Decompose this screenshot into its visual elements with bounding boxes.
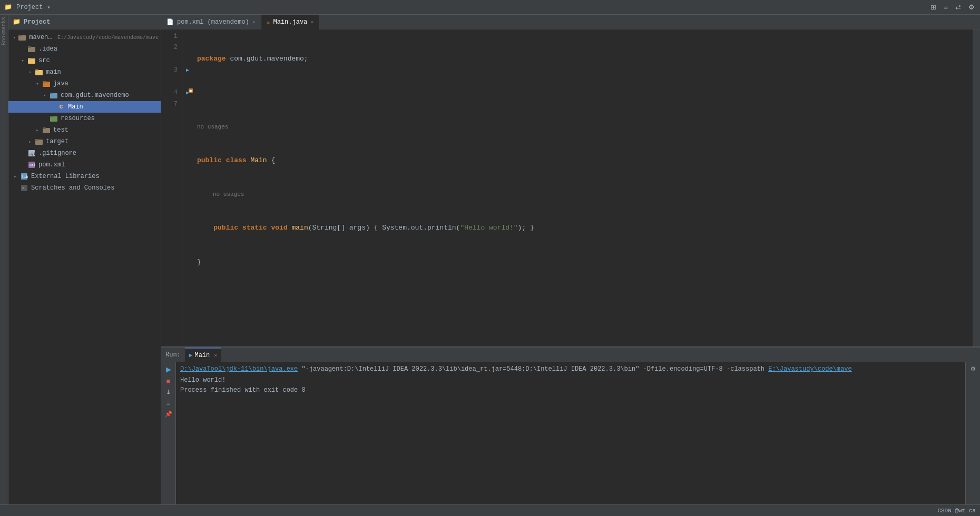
tree-label-0: mavendemo <box>29 34 54 41</box>
tree-label-8: test <box>53 126 68 134</box>
tree-arrow-5: ▾ <box>41 93 48 98</box>
tree-item-11[interactable]: xmlpom.xml <box>8 159 161 171</box>
svg-text:✎: ✎ <box>22 186 25 191</box>
svg-rect-7 <box>35 70 38 71</box>
pom-tab-label: pom.xml (mavendemo) <box>177 18 249 26</box>
tree-item-4[interactable]: ▾java <box>8 78 161 90</box>
tree-label-13: Scratches and Consoles <box>31 184 114 192</box>
tree-arrow-4: ▾ <box>34 81 41 87</box>
tree-icon-9 <box>35 137 43 146</box>
tree-item-5[interactable]: ▾com.gdut.mavendemo <box>8 90 161 101</box>
settings-run-button[interactable]: ≡ <box>165 398 172 408</box>
tree-icon-6: C <box>57 103 65 111</box>
output-hello: Hello world! <box>180 375 961 385</box>
tree-item-7[interactable]: resources <box>8 113 161 124</box>
gutter-row-usages1 <box>182 53 193 64</box>
tree-label-7: resources <box>61 115 95 122</box>
tree-label-5: com.gdut.mavendemo <box>61 92 129 99</box>
project-dropdown-arrow[interactable]: ▾ <box>47 4 50 11</box>
bottom-content: ▶ ■ ⤓ ≡ 📌 D:\JavaTool\jdk-11\bin\java.ex… <box>161 362 980 504</box>
pom-tab-close[interactable]: ✕ <box>252 19 256 25</box>
top-bar-icons: ⊞ ≡ ⇄ ⚙ <box>929 2 976 12</box>
wrap-button[interactable]: ⚙ <box>969 364 977 373</box>
svg-rect-11 <box>50 93 53 94</box>
tree-icon-1 <box>27 45 36 53</box>
tree-label-11: pom.xml <box>38 161 65 168</box>
code-line-no-usages-2: no usages <box>197 188 968 200</box>
tree-item-6[interactable]: CMain <box>8 101 161 113</box>
settings-icon[interactable]: ⊞ <box>929 2 937 12</box>
panel-title: Project <box>24 18 50 26</box>
project-icon: 📁 <box>4 3 12 11</box>
tree-label-10: .gitignore <box>38 150 76 157</box>
rerun-button[interactable]: ▶ <box>165 364 172 374</box>
svg-rect-13 <box>50 116 53 117</box>
code-line-3: public class Main { <box>197 155 968 166</box>
sort-icon[interactable]: ⇄ <box>954 2 962 12</box>
tab-run-main[interactable]: ▶ Main ✕ <box>185 348 221 362</box>
tree-label-3: main <box>46 68 61 76</box>
stop-button[interactable]: ■ <box>165 376 172 386</box>
scroll-to-end-button[interactable]: ⤓ <box>165 388 172 396</box>
code-line-1: package com.gdut.mavendemo; <box>197 53 968 64</box>
tab-pom-xml[interactable]: 📄 pom.xml (mavendemo) ✕ <box>161 15 261 29</box>
status-text: CSDN @wt-ca <box>937 508 976 514</box>
main-tab-label: Main.java <box>273 18 307 26</box>
tree-arrow-8: ▸ <box>34 127 41 133</box>
tree-icon-4 <box>42 80 51 88</box>
list-icon[interactable]: ≡ <box>943 2 949 12</box>
tree-label-4: java <box>53 80 68 87</box>
run-output[interactable]: D:\JavaTool\jdk-11\bin\java.exe "-javaag… <box>176 362 965 504</box>
pin-button[interactable]: 📌 <box>164 410 173 419</box>
code-content[interactable]: package com.gdut.mavendemo; no usages pu… <box>193 29 973 346</box>
svg-text:.git: .git <box>29 152 35 156</box>
gear-icon[interactable]: ⚙ <box>967 2 976 12</box>
project-tree: ▾mavendemoE:/Javastudy/code/mavendemo/ma… <box>8 29 161 504</box>
pom-tab-icon: 📄 <box>166 18 174 25</box>
gutter-row-4[interactable]: ▶ ■ <box>182 87 193 98</box>
tree-item-12[interactable]: ▸libExternal Libraries <box>8 171 161 182</box>
run-tab-label: Main <box>194 352 210 359</box>
tree-icon-13: ✎ <box>20 184 28 192</box>
tree-item-3[interactable]: ▾main <box>8 66 161 78</box>
tree-icon-2 <box>27 56 36 65</box>
bottom-tabs: Run: ▶ Main ✕ <box>161 348 980 362</box>
run-tab-close[interactable]: ✕ <box>214 352 217 359</box>
tree-item-1[interactable]: .idea <box>8 43 161 55</box>
tab-main-java[interactable]: ☕ Main.java ✕ <box>261 15 319 29</box>
classpath-link[interactable]: E:\Javastudy\code\mave <box>768 365 851 373</box>
gutter-icons: ▶ ▶ ■ <box>182 29 193 346</box>
tree-icon-8 <box>42 126 51 134</box>
java-exe-link[interactable]: D:\JavaTool\jdk-11\bin\java.exe <box>180 365 298 373</box>
tree-label-2: src <box>38 57 50 64</box>
gutter-row-3[interactable]: ▶ <box>182 64 193 75</box>
tree-item-9[interactable]: ▸target <box>8 136 161 147</box>
svg-rect-3 <box>28 46 31 48</box>
line-numbers: 1 2 - 3 - 4 7 <box>161 29 182 346</box>
folder-icon: 📁 <box>13 18 21 26</box>
tree-arrow-3: ▾ <box>26 70 34 75</box>
main-tab-close[interactable]: ✕ <box>310 19 313 25</box>
project-panel: 📁 Project ▾mavendemoE:/Javastudy/code/ma… <box>8 15 161 504</box>
gutter-row-2 <box>182 42 193 53</box>
run-tab-icon: ▶ <box>189 352 193 359</box>
tree-item-13[interactable]: ✎Scratches and Consoles <box>8 182 161 194</box>
run-toolbar: ▶ ■ ⤓ ≡ 📌 <box>161 362 176 504</box>
process-finished: Process finished with exit code 0 <box>180 385 961 395</box>
code-line-7: } <box>197 256 968 267</box>
gutter-row-usages2 <box>182 76 193 87</box>
cmd-args: "-javaagent:D:\IntelliJ IDEA 2022.3.3\li… <box>298 365 768 373</box>
tree-icon-5 <box>50 91 58 100</box>
tree-item-2[interactable]: ▾src <box>8 55 161 66</box>
svg-rect-15 <box>43 127 46 129</box>
tree-item-8[interactable]: ▸test <box>8 124 161 136</box>
project-label[interactable]: Project <box>16 4 43 11</box>
tree-item-0[interactable]: ▾mavendemoE:/Javastudy/code/mavendemo/ma… <box>8 32 161 43</box>
svg-rect-9 <box>43 81 46 83</box>
tree-item-10[interactable]: .git.gitignore <box>8 147 161 159</box>
cmd-line: D:\JavaTool\jdk-11\bin\java.exe "-javaag… <box>180 364 961 374</box>
top-bar: 📁 Project ▾ ⊞ ≡ ⇄ ⚙ <box>0 0 980 15</box>
tree-icon-10: .git <box>27 149 36 157</box>
tree-icon-11: xml <box>27 161 36 169</box>
status-bar: CSDN @wt-ca <box>0 504 980 516</box>
